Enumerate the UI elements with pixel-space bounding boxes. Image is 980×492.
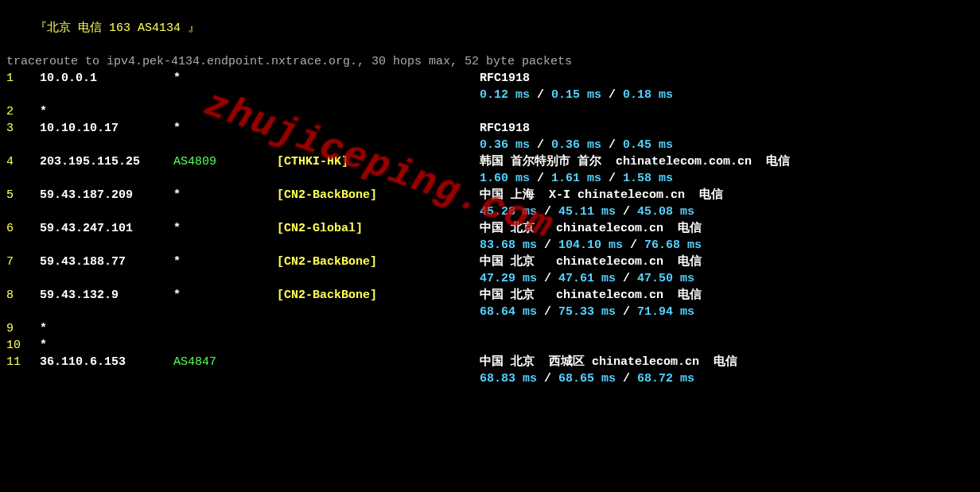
hop-number: 5	[6, 187, 40, 203]
hop-info: RFC1918	[480, 120, 974, 137]
hop-tag: [CN2-BackBone]	[277, 187, 480, 203]
hop-info	[480, 320, 974, 337]
hop-latency: 1.60 ms / 1.61 ms / 1.58 ms	[480, 170, 673, 187]
hop-tag	[277, 70, 480, 87]
hop-asn	[173, 320, 277, 337]
hop-ip: 59.43.187.209	[40, 187, 173, 203]
latency-value: 0.45 ms	[623, 138, 673, 152]
hop-tag: [CN2-BackBone]	[277, 287, 480, 304]
hop-number: 3	[6, 120, 40, 137]
hop-number: 2	[6, 103, 40, 120]
latency-separator: /	[601, 88, 623, 102]
latency-separator: /	[537, 238, 558, 252]
latency-value: 68.83 ms	[480, 372, 537, 385]
hop-tag	[277, 320, 480, 337]
hop-tag	[277, 120, 480, 137]
latency-value: 0.36 ms	[551, 138, 601, 152]
hop-tag: [CN2-BackBone]	[277, 254, 480, 270]
latency-separator: /	[530, 138, 551, 152]
hop-latency: 0.12 ms / 0.15 ms / 0.18 ms	[480, 87, 673, 103]
latency-value: 47.61 ms	[558, 272, 616, 285]
hop-row: 10*	[6, 337, 974, 354]
latency-separator: /	[537, 272, 558, 285]
hop-info: 中国 北京 chinatelecom.cn 电信	[480, 254, 974, 270]
hop-ip: 36.110.6.153	[40, 354, 173, 370]
latency-value: 47.29 ms	[480, 272, 537, 285]
hop-number: 7	[6, 254, 40, 270]
latency-value: 0.18 ms	[623, 88, 673, 102]
latency-separator: /	[537, 372, 558, 385]
hop-info	[480, 103, 974, 120]
latency-value: 104.10 ms	[558, 238, 623, 252]
hop-row: 759.43.188.77*[CN2-BackBone]中国 北京 chinat…	[6, 254, 974, 270]
hop-row: 659.43.247.101*[CN2-Global]中国 北京 chinate…	[6, 220, 974, 237]
command-line: traceroute to ipv4.pek-4134.endpoint.nxt…	[6, 53, 974, 70]
hop-latency: 68.83 ms / 68.65 ms / 68.72 ms	[480, 370, 694, 387]
hop-ip: *	[40, 337, 173, 354]
hop-ip: 59.43.247.101	[40, 220, 173, 237]
hop-number: 6	[6, 220, 40, 237]
hop-ip: *	[40, 320, 173, 337]
hop-tag	[277, 103, 480, 120]
hop-number: 10	[6, 337, 40, 354]
hop-asn	[173, 103, 277, 120]
hop-tag	[277, 354, 480, 370]
hop-asn: AS4847	[173, 354, 277, 370]
hop-latency: 47.29 ms / 47.61 ms / 47.50 ms	[480, 270, 694, 287]
latency-value: 68.64 ms	[480, 305, 537, 319]
bracket-open: 『	[35, 21, 47, 35]
hop-row: 4203.195.115.25AS4809[CTHKI-HK]韩国 首尔特别市 …	[6, 153, 974, 170]
hop-latency: 0.36 ms / 0.36 ms / 0.45 ms	[480, 137, 673, 153]
hop-latency-row: 68.83 ms / 68.65 ms / 68.72 ms	[6, 370, 974, 387]
hop-latency-row: 1.60 ms / 1.61 ms / 1.58 ms	[6, 170, 974, 187]
hop-list: 110.0.0.1*RFC19180.12 ms / 0.15 ms / 0.1…	[6, 70, 974, 387]
latency-separator: /	[601, 138, 623, 152]
hop-tag: [CN2-Global]	[277, 220, 480, 237]
hop-asn: *	[173, 287, 277, 304]
title-asn: 163 AS4134	[109, 21, 181, 35]
hop-number: 9	[6, 320, 40, 337]
latency-value: 68.65 ms	[558, 372, 616, 385]
hop-latency: 45.28 ms / 45.11 ms / 45.08 ms	[480, 203, 694, 220]
hop-ip: 10.0.0.1	[40, 70, 173, 87]
latency-separator: /	[537, 305, 558, 319]
latency-separator: /	[616, 372, 637, 385]
hop-info: 韩国 首尔特别市 首尔 chinatelecom.com.cn 电信	[480, 153, 974, 170]
latency-value: 83.68 ms	[480, 238, 537, 252]
latency-value: 45.08 ms	[637, 205, 694, 219]
hop-info: 中国 上海 X-I chinatelecom.cn 电信	[480, 187, 974, 203]
title-line: 『北京 电信 163 AS4134 』	[6, 3, 974, 53]
terminal-window: 『北京 电信 163 AS4134 』 traceroute to ipv4.p…	[0, 0, 980, 492]
latency-value: 1.61 ms	[551, 172, 601, 185]
hop-latency-row: 45.28 ms / 45.11 ms / 45.08 ms	[6, 203, 974, 220]
hop-asn: *	[173, 120, 277, 137]
hop-ip: 59.43.188.77	[40, 254, 173, 270]
hop-asn: AS4809	[173, 153, 277, 170]
latency-separator: /	[616, 205, 637, 219]
hop-latency: 83.68 ms / 104.10 ms / 76.68 ms	[480, 237, 702, 254]
latency-separator: /	[616, 272, 637, 285]
hop-row: 1136.110.6.153AS4847中国 北京 西城区 chinatelec…	[6, 354, 974, 370]
bracket-close: 』	[188, 21, 200, 35]
hop-number: 11	[6, 354, 40, 370]
hop-row: 9*	[6, 320, 974, 337]
hop-asn	[173, 337, 277, 354]
latency-separator: /	[616, 305, 637, 319]
hop-ip: *	[40, 103, 173, 120]
hop-number: 1	[6, 70, 40, 87]
latency-value: 76.68 ms	[644, 238, 702, 252]
hop-asn: *	[173, 254, 277, 270]
hop-info: 中国 北京 chinatelecom.cn 电信	[480, 287, 974, 304]
latency-value: 75.33 ms	[558, 305, 616, 319]
hop-latency-row: 0.36 ms / 0.36 ms / 0.45 ms	[6, 137, 974, 153]
hop-row: 559.43.187.209*[CN2-BackBone]中国 上海 X-I c…	[6, 187, 974, 203]
hop-latency-row: 0.12 ms / 0.15 ms / 0.18 ms	[6, 87, 974, 103]
hop-row: 110.0.0.1*RFC1918	[6, 70, 974, 87]
hop-row: 859.43.132.9*[CN2-BackBone]中国 北京 chinate…	[6, 287, 974, 304]
hop-row: 2*	[6, 103, 974, 120]
latency-value: 0.15 ms	[551, 88, 601, 102]
hop-latency-row: 83.68 ms / 104.10 ms / 76.68 ms	[6, 237, 974, 254]
latency-separator: /	[623, 238, 644, 252]
hop-row: 310.10.10.17*RFC1918	[6, 120, 974, 137]
latency-value: 45.28 ms	[480, 205, 537, 219]
